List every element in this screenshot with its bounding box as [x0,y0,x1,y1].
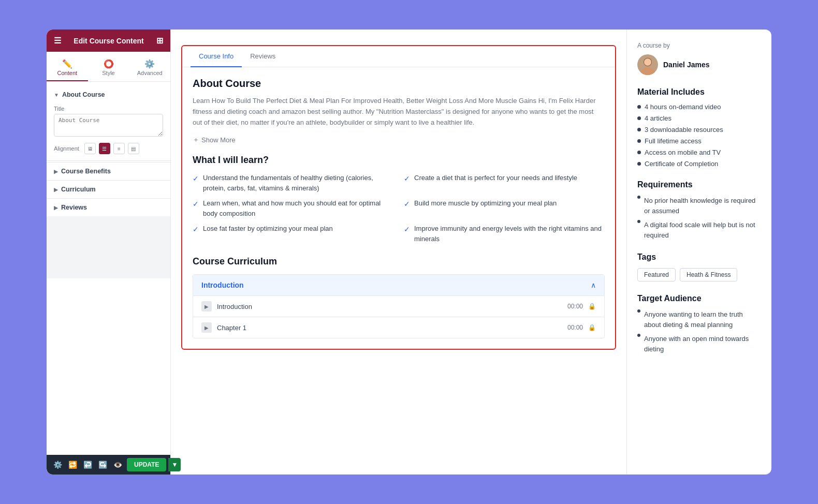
play-icon-2: ▶ [201,322,212,333]
instructor-row: Daniel James [637,54,761,75]
section-reviews[interactable]: ▶ Reviews [47,198,170,216]
section-curriculum[interactable]: ▶ Curriculum [47,180,170,198]
learn-grid: ✓ Understand the fundamentals of healthy… [193,173,605,244]
check-icon-1: ✓ [193,173,199,184]
lock-icon-1: 🔒 [588,303,596,310]
learn-item-4: ✓ Create a diet that is perfect for your… [404,173,605,193]
instructor-avatar [637,54,658,75]
section-about-course-body: Title Alignment 🖥 ☰ ≡ ▤ [47,102,170,159]
check-icon-6: ✓ [404,224,410,235]
advanced-icon: ⚙️ [144,59,155,69]
tab-advanced[interactable]: ⚙️ Advanced [129,56,170,81]
check-icon-5: ✓ [404,199,410,210]
bullet-1 [637,105,641,109]
tab-content[interactable]: ✏️ Content [47,56,88,81]
tags-section: Tags Featured Heath & Fitness [637,253,761,281]
tab-course-info[interactable]: Course Info [191,46,242,67]
target-audience-heading: Target Audience [637,294,761,303]
material-item-3: 3 downloadable resources [637,126,761,134]
section-arrow: ▼ [54,92,59,98]
redo-icon[interactable]: ↪️ [97,459,109,470]
check-icon-4: ✓ [404,173,410,184]
instructor-name: Daniel James [663,61,710,69]
curriculum-section-title: Introduction [201,281,244,289]
panel-tab-bar: Course Info Reviews [182,46,615,67]
content-icon: ✏️ [62,59,72,69]
what-learn-title: What I will learn? [193,155,605,166]
curriculum-item-1-left: ▶ Introduction [201,301,252,312]
sidebar-content: ▼ About Course Title Alignment 🖥 ☰ ≡ ▤ [47,82,170,455]
learn-item-6: ✓ Improve immunity and energy levels wit… [404,224,605,244]
hamburger-icon[interactable]: ☰ [54,36,61,46]
material-list: 4 hours on-demand video 4 articles 3 dow… [637,103,761,168]
curriculum-section-header[interactable]: Introduction ∧ [193,275,604,295]
curriculum-item-2-right: 00:00 🔒 [567,324,596,331]
target-item-1: Anyone wanting to learn the truth about … [637,309,761,330]
bullet-5 [637,151,641,154]
bullet-6 [637,162,641,166]
check-icon-3: ✓ [193,224,199,235]
align-monitor-icon[interactable]: 🖥 [84,143,96,154]
target-bullet-1 [637,309,640,313]
right-panel: A course by Daniel James Material Includ… [626,29,771,475]
sidebar-header: ☰ Edit Course Content ⊞ [47,29,170,52]
sidebar: ☰ Edit Course Content ⊞ ✏️ Content ⭕ Sty… [47,29,171,475]
curriculum-title: Course Curriculum [193,256,605,267]
reviews-arrow: ▶ [54,205,58,211]
curriculum-item-1-right: 00:00 🔒 [567,303,596,310]
bullet-2 [637,116,641,120]
show-more-button[interactable]: ＋ Show More [193,135,605,144]
target-bullet-2 [637,334,640,337]
section-about-course-header[interactable]: ▼ About Course [47,87,170,102]
grid-icon[interactable]: ⊞ [156,36,163,46]
tag-health-fitness[interactable]: Heath & Fitness [680,268,737,281]
section-course-benefits[interactable]: ▶ Course Benefits [47,162,170,180]
tab-style[interactable]: ⭕ Style [88,56,129,81]
course-editor-panel: Course Info Reviews About Course Learn H… [181,45,616,350]
title-label: Title [54,106,163,112]
eye-icon[interactable]: 👁️ [112,459,124,470]
material-item-5: Access on mobile and TV [637,149,761,156]
title-input[interactable] [54,114,163,137]
bullet-4 [637,139,641,143]
curriculum-section-introduction: Introduction ∧ ▶ Introduction 00:00 🔒 [193,274,605,338]
target-list: Anyone wanting to learn the truth about … [637,309,761,354]
curriculum-arrow: ▶ [54,187,58,192]
curriculum-item-2-left: ▶ Chapter 1 [201,322,246,333]
alignment-row: Alignment 🖥 ☰ ≡ ▤ [54,143,163,154]
benefits-arrow: ▶ [54,169,58,174]
learn-item-1: ✓ Understand the fundamentals of healthy… [193,173,393,193]
tab-reviews[interactable]: Reviews [242,46,284,67]
align-left-btn[interactable]: ☰ [99,143,110,154]
material-item-4: Full lifetime access [637,137,761,145]
tags-heading: Tags [637,253,761,262]
undo-icon[interactable]: ↩️ [82,459,94,470]
tag-featured[interactable]: Featured [637,268,676,281]
sidebar-tab-bar: ✏️ Content ⭕ Style ⚙️ Advanced [47,52,170,82]
requirements-list: No prior health knowledge is required or… [637,196,761,240]
curriculum-item-2: ▶ Chapter 1 00:00 🔒 [193,317,604,338]
panel-body: About Course Learn How To Build The Perf… [182,67,615,349]
material-item-6: Certificate of Completion [637,160,761,168]
lock-icon-2: 🔒 [588,324,596,331]
requirement-item-2: A digital food scale will help but is no… [637,220,761,240]
alignment-label: Alignment [54,145,79,152]
refresh-icon[interactable]: 🔁 [67,459,79,470]
style-icon: ⭕ [104,59,114,69]
update-button[interactable]: UPDATE [127,458,166,471]
bullet-3 [637,128,641,131]
sidebar-toolbar: ⚙️ 🔁 ↩️ ↪️ 👁️ UPDATE ▼ [47,455,170,475]
align-center-btn[interactable]: ≡ [113,143,125,154]
collapse-icon: ∧ [591,281,596,289]
plus-icon: ＋ [193,135,199,144]
settings-icon[interactable]: ⚙️ [52,459,64,470]
target-item-2: Anyone with an open mind towards dieting [637,334,761,354]
material-item-1: 4 hours on-demand video [637,103,761,111]
about-course-title: About Course [193,78,605,90]
align-right-btn[interactable]: ▤ [128,143,139,154]
learn-item-3: ✓ Lose fat faster by optimizing your mea… [193,224,393,244]
section-about-course-label: About Course [62,91,105,98]
svg-point-3 [644,58,651,66]
sidebar-gray-panel [47,216,170,278]
section-benefits-label: Course Benefits [61,168,111,175]
